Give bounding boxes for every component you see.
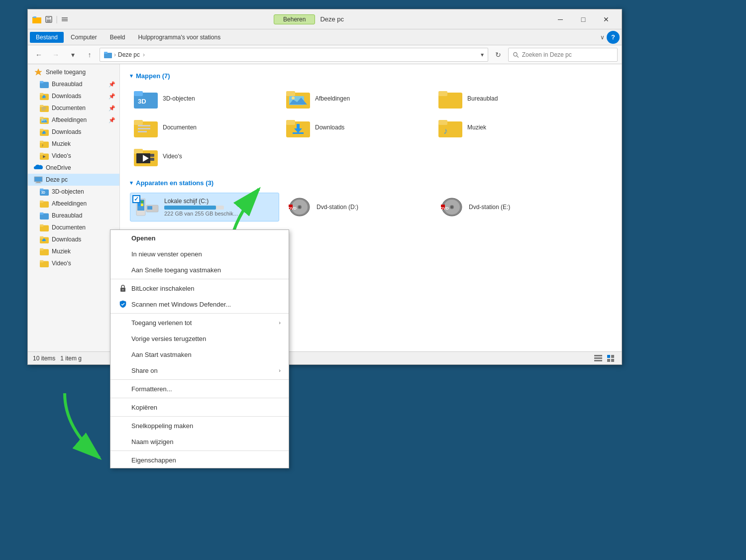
list-view-button[interactable] bbox=[593, 353, 604, 363]
minimize-button[interactable]: ─ bbox=[549, 11, 572, 27]
maximize-button[interactable]: □ bbox=[572, 11, 595, 27]
cm-formatteren-left: Formatteren... bbox=[118, 384, 172, 393]
sidebar-item-documenten-pinned[interactable]: Documenten 📌 bbox=[28, 102, 119, 114]
sidebar-item-videos[interactable]: Video's bbox=[28, 150, 119, 162]
folder-muziek-icon: ♪ bbox=[438, 117, 462, 137]
menu-bestand[interactable]: Bestand bbox=[30, 32, 64, 43]
svg-rect-23 bbox=[40, 105, 43, 108]
cm-share[interactable]: Share on › bbox=[110, 362, 289, 378]
desktop-folder-icon-2 bbox=[40, 211, 49, 220]
drives-section-header[interactable]: ▾ Apparaten en stations (3) bbox=[130, 179, 612, 187]
menu-beeld[interactable]: Beeld bbox=[104, 32, 131, 43]
cm-nieuw-venster-icon bbox=[118, 249, 127, 258]
beheren-button[interactable]: Beheren bbox=[274, 14, 315, 24]
cm-formatteren[interactable]: Formatteren... bbox=[110, 381, 289, 397]
doc-folder-icon-2 bbox=[40, 223, 49, 232]
breadcrumb[interactable]: › Deze pc › ▾ bbox=[100, 48, 488, 62]
cm-eigenschappen-icon bbox=[118, 455, 127, 464]
sidebar-bureaublad-pc-label: Bureaublad bbox=[52, 212, 82, 219]
items-count: 10 items bbox=[33, 355, 55, 362]
cm-bitlocker[interactable]: BitLocker inschakelen bbox=[110, 280, 289, 296]
cm-sep-5 bbox=[110, 416, 289, 417]
cm-start-left: Aan Start vastmaken bbox=[118, 350, 192, 359]
folders-arrow: ▾ bbox=[130, 73, 133, 79]
sidebar-item-onedrive[interactable]: OneDrive bbox=[28, 162, 119, 174]
close-button[interactable]: ✕ bbox=[595, 11, 618, 27]
back-button[interactable]: ← bbox=[32, 48, 46, 62]
folder-downloads-label: Downloads bbox=[315, 124, 344, 131]
recent-button[interactable]: ▾ bbox=[66, 48, 80, 62]
menu-expand-button[interactable]: ∨ bbox=[600, 31, 605, 44]
cm-defender[interactable]: Scannen met Windows Defender... bbox=[110, 296, 289, 312]
folders-grid: 3D 3D-objecten Afbeeldingen bbox=[130, 86, 612, 169]
sidebar-item-videos-pc[interactable]: Video's bbox=[28, 257, 119, 269]
svg-rect-36 bbox=[42, 133, 46, 134]
search-input[interactable] bbox=[522, 51, 613, 58]
drive-c[interactable]: ✓ bbox=[130, 193, 279, 222]
cm-snelkoppeling[interactable]: Snelkoppeling maken bbox=[110, 418, 289, 434]
cm-share-left: Share on bbox=[118, 366, 158, 375]
cm-toegang[interactable]: Toegang verlenen tot › bbox=[110, 315, 289, 331]
cm-openen[interactable]: Openen bbox=[110, 230, 289, 246]
cm-start[interactable]: Aan Start vastmaken bbox=[110, 346, 289, 362]
cm-snelle-toegang[interactable]: Aan Snelle toegang vastmaken bbox=[110, 262, 289, 278]
sidebar-item-downloads-pinned[interactable]: Downloads 📌 bbox=[28, 90, 119, 102]
sidebar-item-deze-pc[interactable]: Deze pc bbox=[28, 174, 119, 186]
cm-sep-6 bbox=[110, 450, 289, 451]
drive-d-info: Dvd-station (D:) bbox=[317, 204, 358, 211]
svg-rect-76 bbox=[134, 120, 143, 125]
cm-formatteren-icon bbox=[118, 384, 127, 393]
cm-kopieren-label: Kopiëren bbox=[131, 404, 157, 411]
sidebar-item-muziek-pc[interactable]: Muziek bbox=[28, 245, 119, 257]
folder-documenten[interactable]: Documenten bbox=[130, 114, 279, 140]
grid-view-button[interactable] bbox=[606, 353, 617, 363]
cm-naam-wijzigen[interactable]: Naam wijzigen bbox=[110, 434, 289, 449]
cm-toegang-icon bbox=[118, 318, 127, 327]
sidebar-item-muziek[interactable]: ♪ Muziek bbox=[28, 138, 119, 150]
image-folder-icon-2 bbox=[40, 199, 49, 208]
menu-computer[interactable]: Computer bbox=[65, 32, 103, 43]
cm-share-icon bbox=[118, 366, 127, 375]
svg-marker-14 bbox=[35, 69, 42, 75]
svg-point-12 bbox=[514, 52, 517, 56]
sidebar-item-documenten[interactable]: Documenten bbox=[28, 222, 119, 233]
folders-section-header[interactable]: ▾ Mappen (7) bbox=[130, 72, 612, 80]
help-button[interactable]: ? bbox=[607, 31, 620, 44]
cm-versies[interactable]: Vorige versies terugzetten bbox=[110, 331, 289, 346]
sidebar-item-afbeeldingen[interactable]: Afbeeldingen bbox=[28, 198, 119, 210]
folder-downloads[interactable]: Downloads bbox=[282, 114, 431, 140]
up-button[interactable]: ↑ bbox=[83, 48, 97, 62]
svg-point-111 bbox=[451, 206, 453, 208]
sidebar-item-afbeeldingen-pinned[interactable]: Afbeeldingen 📌 bbox=[28, 114, 119, 126]
sidebar-item-downloads[interactable]: Downloads bbox=[28, 126, 119, 138]
svg-rect-99 bbox=[141, 204, 143, 206]
folder-bureaublad[interactable]: Bureaublad bbox=[434, 86, 584, 112]
cm-kopieren-icon bbox=[118, 403, 127, 412]
svg-rect-119 bbox=[607, 359, 610, 362]
drive-c-info: Lokale schijf (C:) 222 GB van 255 GB bes… bbox=[164, 198, 238, 217]
sidebar-item-quick-access[interactable]: Snelle toegang bbox=[28, 66, 119, 78]
folder-videos[interactable]: Video's bbox=[130, 143, 279, 169]
sidebar-item-downloads-pc[interactable]: Downloads bbox=[28, 233, 119, 245]
cm-eigenschappen[interactable]: Eigenschappen bbox=[110, 452, 289, 468]
folder-3d[interactable]: 3D 3D-objecten bbox=[130, 86, 279, 112]
svg-rect-60 bbox=[42, 240, 46, 241]
refresh-button[interactable]: ↻ bbox=[491, 48, 505, 62]
video-folder-icon bbox=[40, 151, 49, 160]
sidebar-item-bureaublad-pc[interactable]: Bureaublad bbox=[28, 210, 119, 222]
svg-rect-62 bbox=[40, 248, 43, 251]
breadcrumb-dropdown[interactable]: ▾ bbox=[481, 51, 484, 58]
cm-nieuw-venster[interactable]: In nieuw venster openen bbox=[110, 246, 289, 262]
cm-kopieren[interactable]: Kopiëren bbox=[110, 399, 289, 415]
drive-e[interactable]: DVD Dvd-station (E:) bbox=[434, 193, 584, 222]
menu-hulpprogrammas[interactable]: Hulpprogramma's voor stations bbox=[132, 32, 226, 43]
sidebar-item-3d[interactable]: 3D 3D-objecten bbox=[28, 186, 119, 198]
drive-d[interactable]: DVD Dvd-station (D:) bbox=[282, 193, 431, 222]
folder-afbeeldingen[interactable]: Afbeeldingen bbox=[282, 86, 431, 112]
folder-muziek[interactable]: ♪ Muziek bbox=[434, 114, 584, 140]
cm-sep-2 bbox=[110, 313, 289, 314]
save-icon bbox=[45, 15, 53, 23]
sidebar-item-bureaublad[interactable]: Bureaublad 📌 bbox=[28, 78, 119, 90]
forward-button[interactable]: → bbox=[49, 48, 63, 62]
sidebar-downloads-pinned-label: Downloads bbox=[52, 93, 81, 100]
